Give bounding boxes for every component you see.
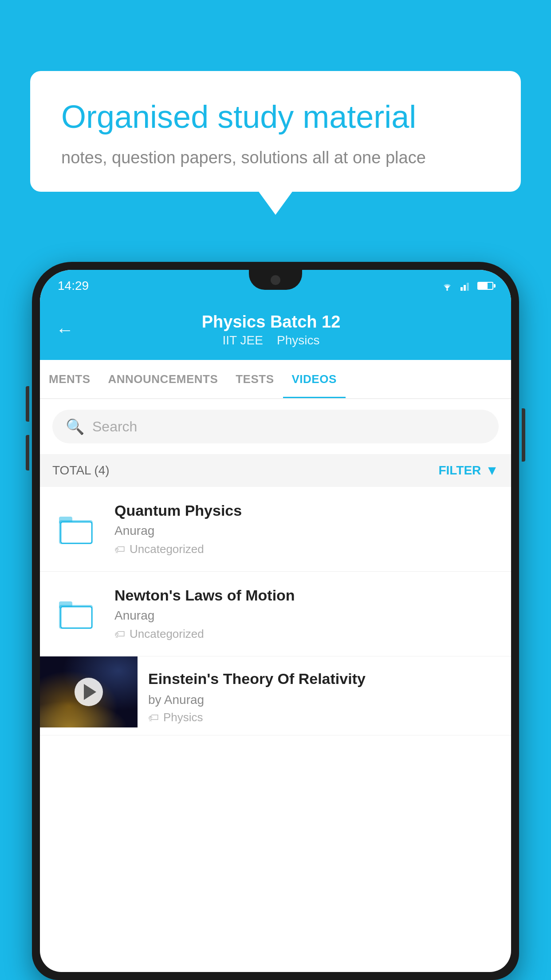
- video-thumbnail: [40, 656, 138, 727]
- list-item[interactable]: Newton's Laws of Motion Anurag 🏷 Uncateg…: [40, 572, 511, 656]
- video-info: Einstein's Theory Of Relativity by Anura…: [138, 656, 511, 735]
- svg-rect-9: [61, 607, 92, 628]
- video-author: Anurag: [114, 609, 499, 623]
- status-bar: 14:29: [40, 270, 511, 302]
- phone-button-power: [522, 408, 525, 462]
- speech-bubble-container: Organised study material notes, question…: [30, 71, 521, 192]
- filter-row: TOTAL (4) FILTER ▼: [40, 454, 511, 487]
- tag-icon: 🏷: [148, 711, 159, 724]
- filter-button[interactable]: FILTER ▼: [438, 463, 499, 478]
- tab-videos[interactable]: VIDEOS: [283, 360, 346, 398]
- video-title: Newton's Laws of Motion: [114, 587, 499, 604]
- folder-icon: [59, 513, 94, 545]
- total-label: TOTAL (4): [52, 463, 110, 478]
- video-info: Quantum Physics Anurag 🏷 Uncategorized: [114, 502, 499, 556]
- signal-icon: [460, 281, 471, 291]
- back-button[interactable]: ←: [56, 320, 74, 340]
- search-placeholder: Search: [92, 419, 137, 435]
- camera: [271, 275, 280, 285]
- video-tag: 🏷 Physics: [148, 711, 499, 724]
- video-list: Quantum Physics Anurag 🏷 Uncategorized: [40, 487, 511, 735]
- folder-icon: [59, 598, 94, 630]
- notch: [249, 270, 302, 290]
- video-author: by Anurag: [148, 693, 499, 707]
- video-title: Einstein's Theory Of Relativity: [148, 669, 499, 688]
- video-author: Anurag: [114, 524, 499, 538]
- list-item[interactable]: Quantum Physics Anurag 🏷 Uncategorized: [40, 487, 511, 572]
- wifi-icon: [440, 281, 454, 291]
- phone-button-volume-down: [26, 435, 29, 470]
- phone-frame: 14:29: [32, 262, 519, 980]
- tag-text: Uncategorized: [130, 542, 204, 556]
- svg-rect-3: [467, 283, 469, 291]
- speech-bubble: Organised study material notes, question…: [30, 71, 521, 192]
- subtitle-part2: Physics: [277, 333, 319, 347]
- status-icons: [440, 281, 493, 291]
- phone-button-volume-up: [26, 386, 29, 422]
- header-title-block: Physics Batch 12 IIT JEE Physics: [87, 312, 455, 348]
- app-header: ← Physics Batch 12 IIT JEE Physics: [40, 302, 511, 360]
- tab-announcements[interactable]: ANNOUNCEMENTS: [99, 360, 227, 398]
- folder-icon-wrap: [52, 589, 101, 638]
- batch-subtitle: IIT JEE Physics: [87, 333, 455, 348]
- search-bar[interactable]: 🔍 Search: [52, 410, 499, 443]
- svg-rect-2: [464, 285, 466, 291]
- search-bar-container: 🔍 Search: [40, 399, 511, 454]
- tag-text: Uncategorized: [130, 627, 204, 641]
- filter-label: FILTER: [438, 463, 481, 478]
- tab-bar: MENTS ANNOUNCEMENTS TESTS VIDEOS: [40, 360, 511, 399]
- speech-bubble-title: Organised study material: [61, 98, 490, 136]
- video-tag: 🏷 Uncategorized: [114, 542, 499, 556]
- search-icon: 🔍: [66, 418, 84, 435]
- tag-icon: 🏷: [114, 543, 125, 556]
- phone-screen: 14:29: [40, 270, 511, 972]
- play-button[interactable]: [75, 678, 103, 706]
- tag-text: Physics: [163, 711, 203, 724]
- tab-tests[interactable]: TESTS: [227, 360, 283, 398]
- batch-title: Physics Batch 12: [87, 312, 455, 332]
- video-info: Newton's Laws of Motion Anurag 🏷 Uncateg…: [114, 587, 499, 641]
- status-time: 14:29: [58, 279, 89, 293]
- folder-icon-wrap: [52, 505, 101, 553]
- tag-icon: 🏷: [114, 628, 125, 640]
- subtitle-part1: IIT JEE: [223, 333, 263, 347]
- filter-funnel-icon: ▼: [485, 463, 499, 478]
- tab-ments[interactable]: MENTS: [40, 360, 99, 398]
- speech-bubble-subtitle: notes, question papers, solutions all at…: [61, 148, 490, 167]
- battery-icon: [477, 282, 493, 290]
- svg-rect-6: [61, 522, 92, 543]
- play-overlay: [40, 656, 138, 727]
- video-tag: 🏷 Uncategorized: [114, 627, 499, 641]
- video-title: Quantum Physics: [114, 502, 499, 519]
- play-triangle-icon: [84, 684, 96, 700]
- svg-point-0: [446, 289, 448, 291]
- list-item[interactable]: Einstein's Theory Of Relativity by Anura…: [40, 656, 511, 735]
- svg-rect-1: [460, 287, 463, 291]
